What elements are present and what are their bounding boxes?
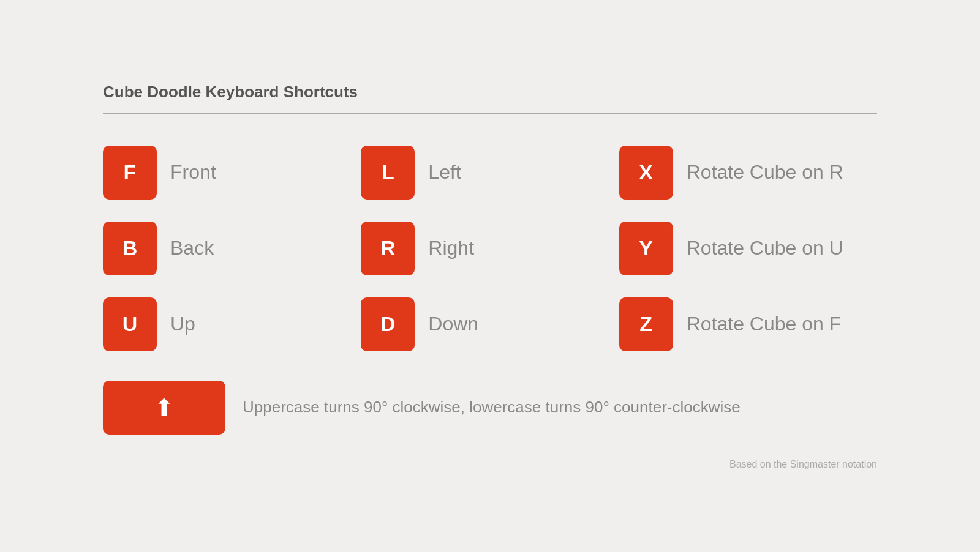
- key-badge-d: D: [361, 297, 415, 351]
- key-letter: Y: [639, 236, 653, 260]
- shift-badge: ⬆: [103, 381, 225, 435]
- key-letter: D: [380, 312, 396, 336]
- title-divider: [103, 113, 877, 114]
- key-label: Left: [428, 161, 461, 184]
- key-badge-z: Z: [619, 297, 673, 351]
- shortcut-item: DDown: [361, 297, 619, 351]
- shift-row: ⬆ Uppercase turns 90° clockwise, lowerca…: [103, 381, 877, 435]
- shift-arrow-icon: ⬆: [154, 394, 174, 421]
- key-badge-r: R: [361, 222, 415, 275]
- key-label: Rotate Cube on U: [687, 237, 843, 259]
- key-badge-x: X: [619, 146, 673, 200]
- shortcut-item: BBack: [103, 222, 361, 275]
- shortcuts-grid: FFrontLLeftXRotate Cube on RBBackRRightY…: [103, 146, 877, 351]
- key-label: Rotate Cube on R: [687, 161, 843, 184]
- shift-description: Uppercase turns 90° clockwise, lowercase…: [243, 398, 741, 417]
- footer-note: Based on the Singmaster notation: [103, 459, 877, 470]
- key-label: Right: [428, 237, 474, 259]
- shortcut-item: ZRotate Cube on F: [619, 297, 877, 351]
- shortcut-item: RRight: [361, 222, 619, 275]
- key-letter: X: [639, 160, 653, 184]
- shortcut-item: UUp: [103, 297, 361, 351]
- key-letter: R: [380, 236, 396, 260]
- key-letter: B: [123, 236, 138, 260]
- key-letter: L: [382, 160, 394, 184]
- key-letter: U: [123, 312, 138, 336]
- key-badge-f: F: [103, 146, 157, 200]
- key-badge-y: Y: [619, 222, 673, 275]
- key-letter: F: [124, 160, 137, 184]
- page-container: Cube Doodle Keyboard Shortcuts FFrontLLe…: [49, 83, 931, 470]
- key-badge-u: U: [103, 297, 157, 351]
- shortcut-item: YRotate Cube on U: [619, 222, 877, 275]
- page-title: Cube Doodle Keyboard Shortcuts: [103, 83, 877, 102]
- shortcut-item: LLeft: [361, 146, 619, 200]
- key-label: Front: [170, 161, 216, 184]
- key-label: Down: [428, 313, 478, 335]
- key-label: Rotate Cube on F: [687, 313, 842, 335]
- key-label: Back: [170, 237, 214, 259]
- shortcut-item: XRotate Cube on R: [619, 146, 877, 200]
- key-label: Up: [170, 313, 195, 335]
- key-letter: Z: [639, 312, 652, 336]
- key-badge-b: B: [103, 222, 157, 275]
- key-badge-l: L: [361, 146, 415, 200]
- shortcut-item: FFront: [103, 146, 361, 200]
